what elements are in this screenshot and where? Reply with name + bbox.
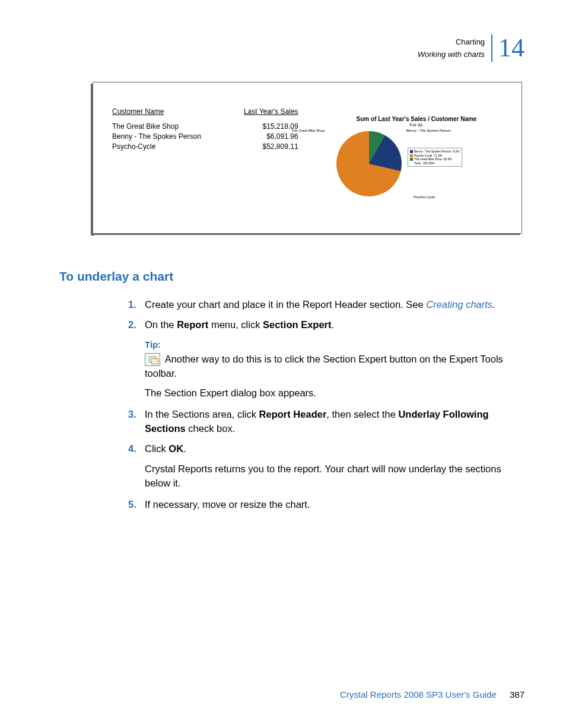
legend-3-name: The Great Bike Shop xyxy=(414,157,442,161)
chart-subtitle: For AL xyxy=(319,122,514,128)
row3-name: Psycho-Cycle xyxy=(112,142,207,151)
swatch-icon xyxy=(410,154,413,157)
row3-value: $52,809.11 xyxy=(208,142,304,151)
step-number: 5. xyxy=(128,498,145,512)
page-header: Charting Working with charts 14 xyxy=(418,34,524,62)
page-footer: Crystal Reports 2008 SP3 User's Guide 38… xyxy=(340,689,524,700)
step-body: Create your chart and place it in the Re… xyxy=(145,298,521,312)
header-text: Charting Working with charts xyxy=(418,36,485,61)
swatch-icon xyxy=(410,162,413,165)
pie-label-tr: Benny - The Spokes Person xyxy=(406,129,451,132)
step-5: 5. If necessary, move or resize the char… xyxy=(128,498,521,512)
step-1: 1. Create your chart and place it in the… xyxy=(128,298,521,312)
step-4: 4. Click OK. xyxy=(128,442,521,456)
creating-charts-link[interactable]: Creating charts xyxy=(426,299,492,310)
step-number: 3. xyxy=(128,408,145,436)
pie-label-br: Psycho-Cycle xyxy=(414,195,435,199)
step4-result: Crystal Reports returns you to the repor… xyxy=(145,462,521,491)
tip-result: The Section Expert dialog box appears. xyxy=(145,386,521,400)
ok-button-ref: OK xyxy=(168,443,183,454)
swatch-icon xyxy=(410,150,413,153)
row2-name: Benny - The Spokes Person xyxy=(112,132,207,141)
step-body: If necessary, move or resize the chart. xyxy=(145,498,521,512)
legend-1-pct: 8.2% xyxy=(453,150,459,153)
tip-body: Another way to do this is to click the S… xyxy=(145,352,521,381)
col-header-name: Customer Name xyxy=(112,107,207,116)
step-3: 3. In the Sections area, click Report He… xyxy=(128,408,521,436)
header-section: Working with charts xyxy=(418,50,485,59)
step1-text: Create your chart and place it in the Re… xyxy=(145,299,426,310)
section-expert: Section Expert xyxy=(263,319,332,330)
report-menu: Report xyxy=(177,319,208,330)
legend-1-name: Benny - The Spokes Person xyxy=(414,150,451,153)
row1-name: The Great Bike Shop xyxy=(112,122,207,131)
step-body: In the Sections area, click Report Heade… xyxy=(145,408,521,436)
step-body: Click OK. xyxy=(145,442,521,456)
chart-title: Sum of Last Year's Sales / Customer Name xyxy=(319,116,514,122)
report-header: Report Header xyxy=(259,409,327,419)
header-divider xyxy=(491,34,492,62)
tip-text: Another way to do this is to click the S… xyxy=(145,354,503,379)
pie-graphic: The Great Bike Shop Benny - The Spokes P… xyxy=(336,131,402,196)
step-2: 2. On the Report menu, click Section Exp… xyxy=(128,318,521,332)
pie-label-tl: The Great Bike Shop xyxy=(291,129,325,132)
swatch-icon xyxy=(410,158,413,161)
row2-value: $6,091.96 xyxy=(208,132,304,141)
step-number: 4. xyxy=(128,442,145,456)
section-heading: To underlay a chart xyxy=(59,269,173,284)
legend-3-pct: 20.5% xyxy=(443,157,451,161)
step-number: 2. xyxy=(128,318,145,332)
section-expert-icon xyxy=(145,353,160,366)
footer-title: Crystal Reports 2008 SP3 User's Guide xyxy=(340,689,497,700)
legend-2-name: Psycho-Cycle xyxy=(414,154,433,157)
tip-label: Tip: xyxy=(145,338,521,351)
report-table: Customer Name Last Year's Sales The Grea… xyxy=(111,106,306,152)
chapter-number: 14 xyxy=(498,36,524,60)
content-area: 1. Create your chart and place it in the… xyxy=(128,298,521,518)
header-chapter: Charting xyxy=(456,37,485,46)
row1-value: $15,218.09 xyxy=(208,122,304,131)
legend-4-name: Total: xyxy=(414,161,421,165)
step-number: 1. xyxy=(128,298,145,312)
legend-2-pct: 71.2% xyxy=(434,154,442,157)
legend-4-pct: 100.00% xyxy=(423,161,435,165)
footer-page: 387 xyxy=(510,689,524,700)
step1-post: . xyxy=(492,299,495,310)
step-body: On the Report menu, click Section Expert… xyxy=(145,318,521,332)
col-header-sales: Last Year's Sales xyxy=(208,107,304,116)
chart-legend: Benny - The Spokes Person 8.2% Psycho-Cy… xyxy=(408,148,462,167)
report-figure: Customer Name Last Year's Sales The Grea… xyxy=(93,82,522,234)
